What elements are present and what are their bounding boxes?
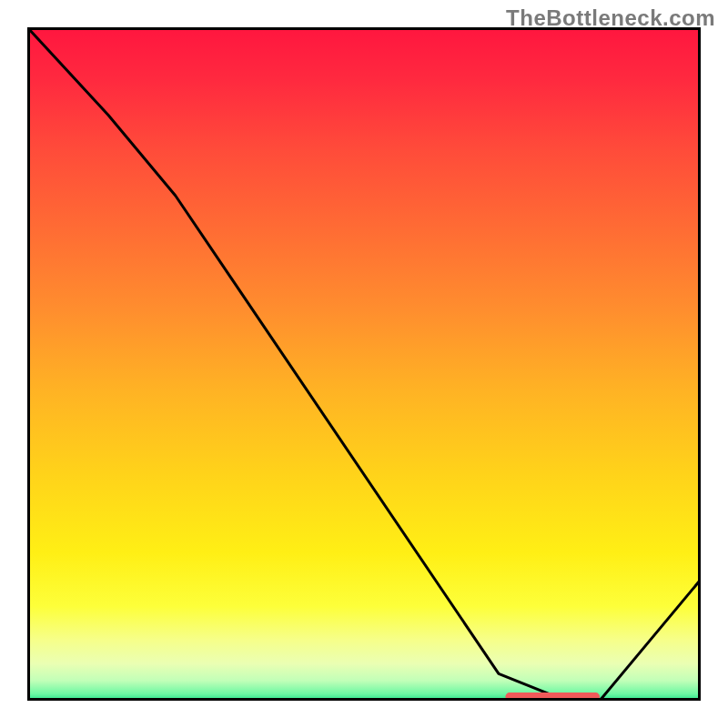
gradient-background [27, 27, 701, 701]
chart-plot [27, 27, 701, 701]
